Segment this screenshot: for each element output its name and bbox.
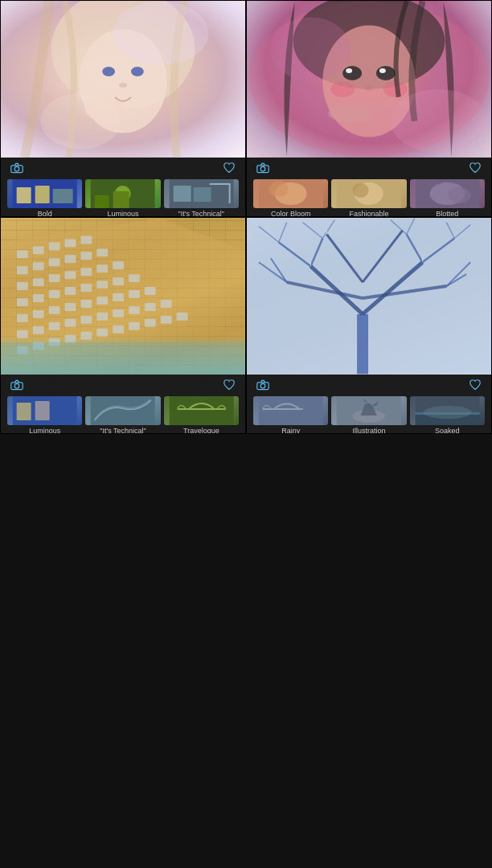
svg-rect-144 — [259, 396, 323, 425]
tree-svg — [247, 218, 491, 375]
thumb-label-blotted: Blotted — [410, 210, 485, 217]
svg-point-37 — [260, 166, 265, 171]
thumb-img-blotted — [410, 179, 485, 208]
svg-rect-110 — [35, 401, 50, 420]
thumb-soaked[interactable]: Soaked — [410, 396, 485, 434]
svg-point-143 — [260, 383, 265, 388]
thumb-img-illustration — [331, 396, 406, 425]
cell-bottom-left: Luminous "It's Technical" — [0, 217, 246, 434]
thumb-luminous2[interactable]: Luminous — [7, 396, 82, 434]
thumb-label-bold: Bold — [7, 210, 82, 217]
thumb-rainy[interactable]: Rainy — [253, 396, 328, 434]
svg-rect-141 — [247, 219, 491, 375]
photo-bottom-right[interactable] — [247, 218, 491, 375]
thumb-label-illustration: Illustration — [331, 427, 406, 434]
thumb-img-travelogue — [164, 396, 239, 425]
thumb-img-rainy — [253, 396, 328, 425]
thumb-img-bold — [7, 179, 82, 208]
bottom-bar-top-left: Bold Luminous — [1, 158, 245, 217]
svg-point-10 — [14, 166, 19, 171]
thumb-luminous[interactable]: Luminous — [85, 179, 160, 217]
cell-top-right: Color Bloom Fashionable — [246, 0, 492, 217]
svg-point-46 — [448, 187, 470, 203]
thumb-img-luminous — [85, 179, 160, 208]
thumb-img-soaked — [410, 396, 485, 425]
svg-rect-35 — [247, 2, 491, 158]
svg-point-8 — [41, 93, 121, 149]
svg-point-107 — [14, 383, 19, 388]
svg-rect-104 — [1, 342, 245, 375]
thumb-colorbloom[interactable]: Color Bloom — [253, 179, 328, 217]
camera-icon-bottom-right[interactable] — [256, 379, 269, 393]
svg-rect-95 — [49, 338, 60, 346]
camera-icon-top-right[interactable] — [256, 162, 269, 176]
photo-top-right[interactable] — [247, 1, 491, 158]
camera-icon-bottom-left[interactable] — [10, 379, 23, 393]
thumb-img-fashionable — [331, 179, 406, 208]
thumb-label-rainy: Rainy — [253, 427, 328, 434]
thumb-label-luminous2: Luminous — [7, 427, 82, 434]
svg-rect-111 — [91, 396, 155, 425]
heart-icon-top-left[interactable] — [223, 162, 236, 176]
svg-rect-21 — [193, 187, 211, 202]
svg-rect-12 — [17, 187, 31, 203]
svg-point-7 — [113, 2, 208, 65]
heart-icon-bottom-right[interactable] — [469, 379, 482, 393]
svg-rect-109 — [17, 403, 31, 420]
camera-icon-top-left[interactable] — [10, 162, 23, 176]
svg-point-43 — [353, 183, 369, 198]
svg-rect-20 — [173, 186, 191, 202]
thumb-img-technical2 — [85, 396, 160, 425]
cell-top-left: Bold Luminous — [0, 0, 246, 217]
thumb-label-travelogue: Travelogue — [164, 427, 239, 434]
svg-rect-96 — [64, 335, 76, 343]
svg-rect-18 — [113, 191, 129, 208]
main-grid: Bold Luminous — [0, 0, 492, 868]
thumb-bold[interactable]: Bold — [7, 179, 82, 217]
cell-bottom-right: Rainy Illustration — [246, 217, 492, 434]
icons-row-top-right — [247, 161, 491, 178]
icons-row-bottom-right — [247, 378, 491, 395]
thumb-illustration[interactable]: Illustration — [331, 396, 406, 434]
thumbnails-top-left: Bold Luminous — [1, 178, 245, 217]
thumb-technical[interactable]: "It's Technical" — [164, 179, 239, 217]
photo-top-left[interactable] — [1, 1, 245, 158]
svg-point-151 — [423, 406, 471, 419]
bottom-bar-bottom-left: Luminous "It's Technical" — [1, 375, 245, 434]
thumb-fashionable[interactable]: Fashionable — [331, 179, 406, 217]
thumb-technical2[interactable]: "It's Technical" — [85, 396, 160, 434]
thumb-label-technical: "It's Technical" — [164, 210, 239, 217]
svg-rect-14 — [53, 189, 73, 203]
thumbnails-bottom-right: Rainy Illustration — [247, 395, 491, 434]
svg-rect-113 — [177, 408, 225, 410]
svg-rect-93 — [17, 346, 28, 354]
thumb-label-colorbloom: Color Bloom — [253, 210, 328, 217]
thumb-travelogue[interactable]: Travelogue — [164, 396, 239, 434]
photo-bottom-left[interactable] — [1, 218, 245, 375]
svg-point-40 — [269, 181, 289, 197]
thumb-img-colorbloom — [253, 179, 328, 208]
thumbnails-bottom-left: Luminous "It's Technical" — [1, 395, 245, 434]
thumb-label-fashionable: Fashionable — [331, 210, 406, 217]
thumbnails-top-right: Color Bloom Fashionable — [247, 178, 491, 217]
girl-light-svg — [1, 1, 245, 158]
thumb-blotted[interactable]: Blotted — [410, 179, 485, 217]
heart-icon-bottom-left[interactable] — [223, 379, 236, 393]
girl-pink-svg — [247, 1, 491, 158]
svg-rect-17 — [95, 195, 109, 208]
bottom-bar-bottom-right: Rainy Illustration — [247, 375, 491, 434]
svg-rect-145 — [263, 408, 303, 410]
heart-icon-top-right[interactable] — [469, 162, 482, 176]
thumb-label-technical2: "It's Technical" — [85, 427, 160, 434]
bottom-bar-top-right: Color Bloom Fashionable — [247, 158, 491, 217]
svg-rect-112 — [169, 396, 233, 425]
thumb-label-soaked: Soaked — [410, 427, 485, 434]
thumb-img-luminous2 — [7, 396, 82, 425]
icons-row-top-left — [1, 161, 245, 178]
thumb-img-technical — [164, 179, 239, 208]
svg-rect-94 — [33, 342, 44, 350]
building-svg — [1, 218, 245, 375]
svg-rect-105 — [1, 219, 245, 375]
icons-row-bottom-left — [1, 378, 245, 395]
thumb-label-luminous: Luminous — [85, 210, 160, 217]
